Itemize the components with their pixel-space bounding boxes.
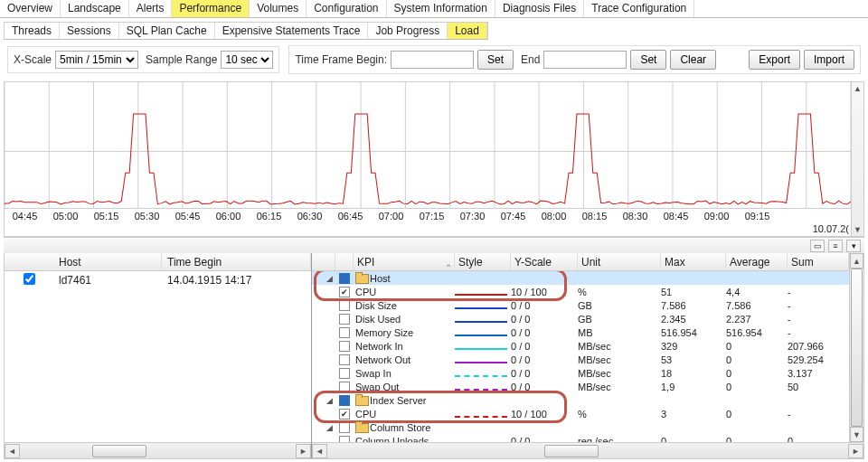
kpi-grid-vscroll[interactable]: ▲ ▼: [849, 253, 863, 442]
kpi-checkbox[interactable]: [339, 409, 350, 420]
arrow-right-icon[interactable]: ►: [296, 444, 311, 458]
load-chart[interactable]: [5, 82, 851, 208]
arrow-left-icon[interactable]: ◄: [312, 444, 327, 458]
clear-button[interactable]: Clear: [670, 50, 716, 70]
kpi-col-unit[interactable]: Unit: [578, 253, 661, 270]
kpi-group-checkbox[interactable]: [339, 395, 350, 406]
tree-expand-icon[interactable]: ◢: [325, 274, 334, 283]
kpi-row[interactable]: CPU10 / 100%30-: [312, 407, 849, 420]
host-grid-col-timebegin[interactable]: Time Begin: [162, 253, 311, 271]
kpi-grid-hscroll[interactable]: ◄ ►: [312, 442, 863, 458]
kpi-group-checkbox[interactable]: [339, 422, 350, 433]
kpi-checkbox[interactable]: [339, 354, 350, 365]
xscale-select[interactable]: 5min / 15min: [55, 51, 138, 69]
folder-icon: [355, 421, 367, 431]
kpi-row[interactable]: Swap Out0 / 0MB/sec1,9050: [312, 380, 849, 393]
kpi-checkbox[interactable]: [339, 341, 350, 352]
kpi-checkbox[interactable]: [339, 368, 350, 379]
x-tick: 06:45: [330, 211, 371, 222]
kpi-row[interactable]: CPU10 / 100%514,4-: [312, 285, 849, 298]
kpi-yscale: 10 / 100: [511, 287, 578, 297]
sub-tab-job-progress[interactable]: Job Progress: [368, 23, 448, 39]
tree-expand-icon[interactable]: ◢: [325, 396, 334, 405]
kpi-checkbox[interactable]: [339, 300, 350, 311]
sub-tab-sessions[interactable]: Sessions: [60, 23, 119, 39]
host-row-timebegin: 14.04.1915 14:17: [162, 274, 311, 287]
kpi-checkbox[interactable]: [339, 382, 350, 392]
arrow-down-icon[interactable]: ▼: [854, 225, 862, 234]
kpi-checkbox[interactable]: [339, 287, 350, 297]
host-row-checkbox[interactable]: [24, 273, 35, 285]
x-tick: 08:15: [574, 211, 615, 222]
kpi-col-yscale[interactable]: Y-Scale: [511, 253, 578, 270]
kpi-group-row[interactable]: ◢ Column Store: [312, 420, 849, 434]
kpi-col-avg[interactable]: Average: [726, 253, 788, 270]
sub-tab-bar: ThreadsSessionsSQL Plan CacheExpensive S…: [4, 22, 488, 40]
sample-range-select[interactable]: 10 sec: [221, 51, 273, 69]
toolstrip-dropdown-icon[interactable]: ▾: [846, 240, 861, 252]
folder-icon: [355, 272, 367, 282]
export-button[interactable]: Export: [749, 50, 800, 70]
host-row[interactable]: ld746114.04.1915 14:17: [5, 271, 311, 289]
set-begin-button[interactable]: Set: [477, 50, 514, 70]
toolstrip-icon-2[interactable]: ≡: [828, 240, 843, 252]
arrow-down-icon[interactable]: ▼: [850, 427, 863, 442]
kpi-row[interactable]: Disk Used0 / 0GB2.3452.237-: [312, 312, 849, 325]
kpi-col-checkbox[interactable]: [335, 253, 354, 270]
top-tab-system-information[interactable]: System Information: [387, 0, 495, 17]
top-tab-alerts[interactable]: Alerts: [129, 0, 173, 17]
kpi-checkbox[interactable]: [339, 327, 350, 338]
sub-tab-threads[interactable]: Threads: [5, 23, 60, 39]
top-tab-diagnosis-files[interactable]: Diagnosis Files: [495, 0, 584, 17]
kpi-max: 1,9: [661, 382, 726, 392]
kpi-checkbox[interactable]: [339, 314, 350, 325]
kpi-row[interactable]: Column Unloads0 / 0req./sec000: [312, 434, 849, 442]
kpi-group-row[interactable]: ◢ Host: [312, 271, 849, 285]
kpi-style-swatch: [455, 288, 511, 296]
sub-tab-load[interactable]: Load: [448, 23, 487, 39]
host-grid-hscroll[interactable]: ◄ ►: [5, 442, 311, 458]
set-end-button[interactable]: Set: [630, 50, 666, 70]
import-button[interactable]: Import: [804, 50, 854, 70]
kpi-col-kpi[interactable]: KPI^: [354, 253, 455, 270]
x-tick: 05:15: [86, 211, 127, 222]
arrow-left-icon[interactable]: ◄: [5, 444, 20, 458]
kpi-col-tree[interactable]: [312, 253, 335, 270]
kpi-unit: MB: [578, 327, 661, 338]
kpi-avg: 0: [726, 409, 788, 420]
arrow-up-icon[interactable]: ▲: [850, 253, 863, 269]
kpi-row[interactable]: Memory Size0 / 0MB516.954516.954-: [312, 325, 849, 339]
kpi-unit: MB/sec: [578, 354, 661, 365]
tree-expand-icon[interactable]: ◢: [325, 423, 334, 432]
kpi-group-row[interactable]: ◢ Index Server: [312, 393, 849, 407]
timeframe-end-input[interactable]: [543, 51, 627, 69]
kpi-row[interactable]: Network Out0 / 0MB/sec530529.254: [312, 353, 849, 366]
top-tab-landscape[interactable]: Landscape: [61, 0, 129, 17]
host-grid-col-host[interactable]: Host: [53, 253, 162, 271]
kpi-col-sum[interactable]: Sum: [788, 253, 849, 270]
kpi-col-style[interactable]: Style: [455, 253, 511, 270]
kpi-name: CPU: [354, 409, 455, 420]
kpi-col-max[interactable]: Max: [661, 253, 726, 270]
x-tick: 09:15: [737, 211, 778, 222]
top-tab-configuration[interactable]: Configuration: [307, 0, 386, 17]
sub-tab-sql-plan-cache[interactable]: SQL Plan Cache: [119, 23, 215, 39]
top-tab-trace-configuration[interactable]: Trace Configuration: [584, 0, 694, 17]
timeframe-group: Time Frame Begin: Set End Set Clear Expo…: [288, 45, 861, 74]
kpi-group-checkbox[interactable]: [339, 273, 350, 284]
host-grid: Host Time Begin ld746114.04.1915 14:17 ◄…: [5, 253, 312, 458]
timeframe-begin-input[interactable]: [391, 51, 474, 69]
top-tab-volumes[interactable]: Volumes: [250, 0, 307, 17]
sub-tab-expensive-statements-trace[interactable]: Expensive Statements Trace: [215, 23, 369, 39]
arrow-up-icon[interactable]: ▲: [854, 84, 862, 93]
kpi-row[interactable]: Disk Size0 / 0GB7.5867.586-: [312, 298, 849, 312]
chart-scroll-gutter[interactable]: ▲ ▼: [851, 82, 863, 236]
toolstrip-icon-1[interactable]: ▭: [810, 240, 825, 252]
kpi-row[interactable]: Network In0 / 0MB/sec3290207.966: [312, 339, 849, 353]
top-tab-performance[interactable]: Performance: [172, 0, 250, 17]
top-tab-overview[interactable]: Overview: [0, 0, 61, 17]
kpi-row[interactable]: Swap In0 / 0MB/sec1803.137: [312, 366, 849, 380]
x-tick: 08:45: [656, 211, 696, 222]
arrow-right-icon[interactable]: ►: [848, 444, 863, 458]
kpi-checkbox[interactable]: [339, 436, 350, 443]
